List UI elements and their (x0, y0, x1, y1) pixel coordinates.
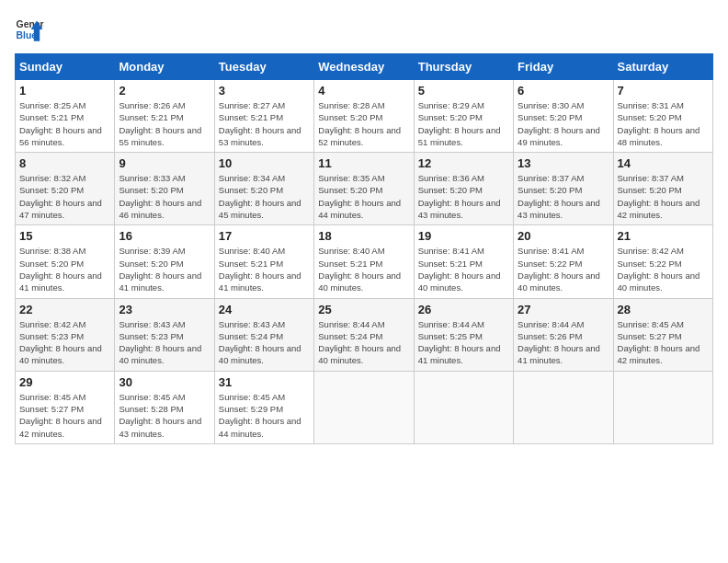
day-info: Sunrise: 8:38 AM Sunset: 5:20 PM Dayligh… (19, 245, 110, 293)
sunset-label: Sunset: 5:20 PM (318, 112, 382, 122)
calendar-cell: 30 Sunrise: 8:45 AM Sunset: 5:28 PM Dayl… (115, 371, 214, 443)
sunset-label: Sunset: 5:20 PM (19, 185, 84, 195)
daylight-label: Daylight: 8 hours and 44 minutes. (318, 198, 401, 220)
sunrise-label: Sunrise: 8:37 AM (518, 173, 584, 183)
daylight-label: Daylight: 8 hours and 44 minutes. (219, 416, 301, 438)
sunrise-label: Sunrise: 8:44 AM (318, 319, 384, 329)
col-header-wednesday: Wednesday (314, 54, 414, 80)
daylight-label: Daylight: 8 hours and 41 minutes. (518, 343, 600, 365)
calendar-cell: 1 Sunrise: 8:25 AM Sunset: 5:21 PM Dayli… (16, 80, 115, 153)
calendar-cell (613, 371, 712, 443)
day-number: 15 (19, 229, 110, 243)
calendar-cell: 2 Sunrise: 8:26 AM Sunset: 5:21 PM Dayli… (115, 80, 214, 153)
sunrise-label: Sunrise: 8:32 AM (19, 173, 85, 183)
day-number: 5 (418, 84, 509, 98)
daylight-label: Daylight: 8 hours and 40 minutes. (318, 343, 401, 365)
sunset-label: Sunset: 5:20 PM (518, 112, 582, 122)
day-info: Sunrise: 8:43 AM Sunset: 5:24 PM Dayligh… (219, 318, 310, 367)
day-info: Sunrise: 8:44 AM Sunset: 5:26 PM Dayligh… (518, 318, 609, 367)
day-number: 29 (19, 375, 110, 389)
day-info: Sunrise: 8:40 AM Sunset: 5:21 PM Dayligh… (219, 245, 310, 293)
sunset-label: Sunset: 5:20 PM (418, 112, 483, 122)
sunrise-label: Sunrise: 8:34 AM (219, 173, 285, 183)
daylight-label: Daylight: 8 hours and 56 minutes. (19, 125, 102, 147)
daylight-label: Daylight: 8 hours and 49 minutes. (518, 125, 600, 147)
sunrise-label: Sunrise: 8:35 AM (318, 173, 384, 183)
sunset-label: Sunset: 5:21 PM (219, 259, 283, 269)
sunset-label: Sunset: 5:22 PM (518, 259, 582, 269)
day-info: Sunrise: 8:40 AM Sunset: 5:21 PM Dayligh… (318, 245, 409, 293)
day-info: Sunrise: 8:37 AM Sunset: 5:20 PM Dayligh… (518, 172, 609, 221)
day-number: 11 (318, 156, 409, 170)
day-info: Sunrise: 8:36 AM Sunset: 5:20 PM Dayligh… (418, 172, 509, 221)
day-number: 19 (418, 229, 509, 243)
sunrise-label: Sunrise: 8:43 AM (119, 319, 185, 329)
col-header-sunday: Sunday (16, 54, 115, 80)
calendar-week-4: 22 Sunrise: 8:42 AM Sunset: 5:23 PM Dayl… (16, 298, 713, 371)
day-number: 26 (418, 303, 509, 316)
calendar-cell: 24 Sunrise: 8:43 AM Sunset: 5:24 PM Dayl… (214, 298, 313, 371)
calendar-cell: 25 Sunrise: 8:44 AM Sunset: 5:24 PM Dayl… (314, 298, 414, 371)
sunset-label: Sunset: 5:20 PM (618, 185, 682, 195)
day-info: Sunrise: 8:27 AM Sunset: 5:21 PM Dayligh… (219, 99, 310, 148)
day-number: 23 (119, 303, 210, 316)
sunset-label: Sunset: 5:27 PM (19, 404, 84, 414)
sunrise-label: Sunrise: 8:38 AM (19, 246, 85, 256)
sunrise-label: Sunrise: 8:37 AM (618, 173, 684, 183)
day-number: 21 (618, 229, 709, 243)
day-info: Sunrise: 8:34 AM Sunset: 5:20 PM Dayligh… (219, 172, 310, 221)
calendar-week-2: 8 Sunrise: 8:32 AM Sunset: 5:20 PM Dayli… (16, 153, 713, 225)
sunset-label: Sunset: 5:20 PM (618, 112, 682, 122)
sunrise-label: Sunrise: 8:42 AM (618, 246, 684, 256)
day-info: Sunrise: 8:32 AM Sunset: 5:20 PM Dayligh… (19, 172, 110, 221)
day-number: 2 (119, 84, 210, 98)
daylight-label: Daylight: 8 hours and 43 minutes. (119, 416, 201, 438)
sunset-label: Sunset: 5:24 PM (318, 331, 382, 341)
col-header-tuesday: Tuesday (214, 54, 313, 80)
col-header-saturday: Saturday (613, 54, 712, 80)
calendar-week-1: 1 Sunrise: 8:25 AM Sunset: 5:21 PM Dayli… (16, 80, 713, 153)
sunset-label: Sunset: 5:29 PM (219, 404, 283, 414)
sunrise-label: Sunrise: 8:39 AM (119, 246, 185, 256)
day-info: Sunrise: 8:31 AM Sunset: 5:20 PM Dayligh… (618, 99, 709, 148)
calendar-cell: 29 Sunrise: 8:45 AM Sunset: 5:27 PM Dayl… (16, 371, 115, 443)
sunset-label: Sunset: 5:20 PM (219, 185, 283, 195)
calendar-cell: 13 Sunrise: 8:37 AM Sunset: 5:20 PM Dayl… (514, 153, 613, 225)
daylight-label: Daylight: 8 hours and 52 minutes. (318, 125, 401, 147)
day-info: Sunrise: 8:41 AM Sunset: 5:21 PM Dayligh… (418, 245, 509, 293)
day-info: Sunrise: 8:39 AM Sunset: 5:20 PM Dayligh… (119, 245, 210, 293)
day-number: 24 (219, 303, 310, 316)
sunrise-label: Sunrise: 8:29 AM (418, 100, 484, 110)
day-info: Sunrise: 8:28 AM Sunset: 5:20 PM Dayligh… (318, 99, 409, 148)
daylight-label: Daylight: 8 hours and 40 minutes. (618, 270, 700, 293)
day-info: Sunrise: 8:42 AM Sunset: 5:23 PM Dayligh… (19, 318, 110, 367)
calendar-cell: 27 Sunrise: 8:44 AM Sunset: 5:26 PM Dayl… (514, 298, 613, 371)
sunrise-label: Sunrise: 8:41 AM (518, 246, 584, 256)
day-number: 25 (318, 303, 409, 316)
sunset-label: Sunset: 5:23 PM (19, 331, 84, 341)
sunset-label: Sunset: 5:20 PM (19, 259, 84, 269)
sunrise-label: Sunrise: 8:33 AM (119, 173, 185, 183)
sunset-label: Sunset: 5:21 PM (318, 259, 382, 269)
calendar-cell: 17 Sunrise: 8:40 AM Sunset: 5:21 PM Dayl… (214, 225, 313, 298)
sunrise-label: Sunrise: 8:28 AM (318, 100, 384, 110)
day-info: Sunrise: 8:45 AM Sunset: 5:27 PM Dayligh… (19, 391, 110, 440)
logo: General Blue (15, 15, 44, 44)
calendar-cell: 15 Sunrise: 8:38 AM Sunset: 5:20 PM Dayl… (16, 225, 115, 298)
sunrise-label: Sunrise: 8:45 AM (19, 392, 85, 402)
sunset-label: Sunset: 5:23 PM (119, 331, 183, 341)
calendar-cell: 19 Sunrise: 8:41 AM Sunset: 5:21 PM Dayl… (414, 225, 513, 298)
day-info: Sunrise: 8:25 AM Sunset: 5:21 PM Dayligh… (19, 99, 110, 148)
sunset-label: Sunset: 5:28 PM (119, 404, 183, 414)
daylight-label: Daylight: 8 hours and 48 minutes. (618, 125, 700, 147)
calendar-cell: 5 Sunrise: 8:29 AM Sunset: 5:20 PM Dayli… (414, 80, 513, 153)
sunrise-label: Sunrise: 8:45 AM (119, 392, 185, 402)
day-number: 3 (219, 84, 310, 98)
calendar-cell: 6 Sunrise: 8:30 AM Sunset: 5:20 PM Dayli… (514, 80, 613, 153)
calendar-cell: 26 Sunrise: 8:44 AM Sunset: 5:25 PM Dayl… (414, 298, 513, 371)
daylight-label: Daylight: 8 hours and 51 minutes. (418, 125, 501, 147)
day-number: 7 (618, 84, 709, 98)
day-number: 30 (119, 375, 210, 389)
calendar-cell: 23 Sunrise: 8:43 AM Sunset: 5:23 PM Dayl… (115, 298, 214, 371)
logo-icon: General Blue (15, 15, 44, 44)
